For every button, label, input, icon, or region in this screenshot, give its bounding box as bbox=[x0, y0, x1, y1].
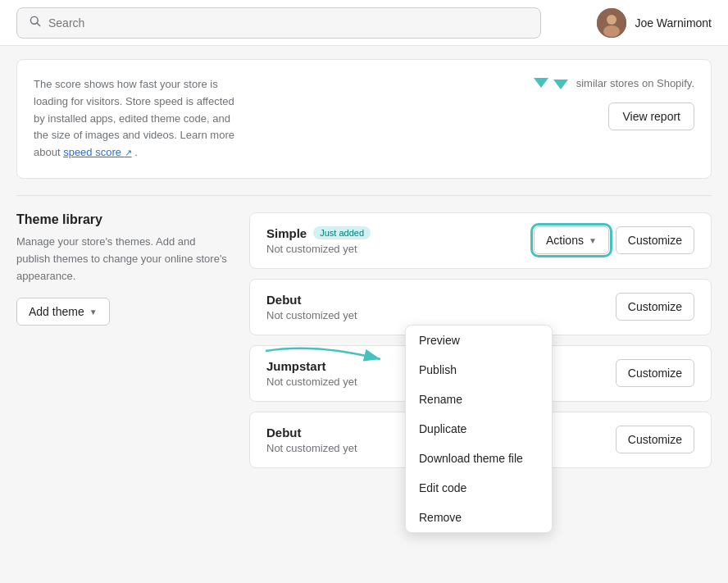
external-link-icon: ↗ bbox=[125, 148, 132, 157]
customize-button-simple[interactable]: Customize bbox=[616, 226, 694, 254]
dropdown-item-rename[interactable]: Rename bbox=[406, 385, 552, 414]
actions-button[interactable]: Actions ▼ bbox=[534, 226, 609, 254]
library-title: Theme library bbox=[16, 212, 230, 227]
theme-actions-debut-2: Customize bbox=[616, 426, 694, 453]
theme-name-debut-1: Debut bbox=[266, 293, 357, 307]
theme-actions-simple: Actions ▼ Customize bbox=[534, 226, 694, 254]
theme-name-simple: Simple Just added bbox=[266, 226, 371, 240]
just-added-badge: Just added bbox=[313, 226, 371, 239]
library-sidebar: Theme library Manage your store's themes… bbox=[16, 212, 230, 326]
triangle-indicator-2 bbox=[553, 80, 568, 89]
user-name: Joe Warnimont bbox=[635, 16, 712, 30]
theme-library: Theme library Manage your store's themes… bbox=[16, 212, 712, 468]
search-bar[interactable] bbox=[16, 7, 541, 39]
speed-section: The score shows how fast your store is l… bbox=[16, 59, 712, 179]
speed-score-link[interactable]: speed score ↗ bbox=[63, 146, 131, 158]
speed-comparison-text: similar stores on Shopify. bbox=[576, 77, 694, 89]
theme-subtitle-simple: Not customized yet bbox=[266, 243, 371, 255]
theme-card-simple: Simple Just added Not customized yet Act… bbox=[249, 212, 712, 269]
dropdown-item-edit-code[interactable]: Edit code bbox=[406, 473, 552, 503]
user-area: Joe Warnimont bbox=[597, 8, 712, 38]
header: Joe Warnimont bbox=[0, 0, 728, 46]
add-theme-button[interactable]: Add theme ▼ bbox=[16, 298, 110, 326]
add-theme-label: Add theme bbox=[29, 305, 84, 318]
dropdown-item-remove[interactable]: Remove bbox=[406, 503, 552, 532]
theme-actions-jumpstart: Customize bbox=[616, 359, 694, 387]
actions-chevron-icon: ▼ bbox=[589, 236, 597, 245]
avatar bbox=[597, 8, 626, 38]
section-divider bbox=[16, 195, 712, 196]
svg-line-1 bbox=[37, 23, 40, 26]
speed-indicators: similar stores on Shopify. bbox=[534, 76, 694, 89]
theme-subtitle-debut-2: Not customized yet bbox=[266, 442, 357, 454]
theme-info-simple: Simple Just added Not customized yet bbox=[266, 226, 371, 255]
dropdown-container: Debut Not customized yet Customize Previ… bbox=[249, 279, 712, 335]
svg-point-4 bbox=[603, 25, 620, 37]
dropdown-item-publish[interactable]: Publish bbox=[406, 355, 552, 385]
search-input[interactable] bbox=[48, 16, 529, 30]
theme-name-debut-2: Debut bbox=[266, 426, 357, 440]
theme-info-debut-2: Debut Not customized yet bbox=[266, 426, 357, 454]
actions-dropdown-menu[interactable]: Preview Publish Rename Duplicate Downloa… bbox=[405, 325, 553, 533]
actions-label: Actions bbox=[546, 234, 584, 247]
theme-info-jumpstart: Jumpstart Not customized yet bbox=[266, 359, 357, 388]
themes-list: Simple Just added Not customized yet Act… bbox=[249, 212, 712, 468]
theme-actions-debut-1: Customize bbox=[616, 293, 694, 321]
main: The score shows how fast your store is l… bbox=[0, 59, 728, 485]
view-report-button[interactable]: View report bbox=[608, 102, 694, 130]
theme-subtitle-debut-1: Not customized yet bbox=[266, 309, 357, 321]
theme-name-jumpstart: Jumpstart bbox=[266, 359, 357, 373]
customize-button-debut-1[interactable]: Customize bbox=[616, 293, 694, 321]
dropdown-item-download[interactable]: Download theme file bbox=[406, 444, 552, 473]
speed-right: similar stores on Shopify. View report bbox=[534, 76, 694, 130]
svg-point-3 bbox=[607, 15, 617, 25]
theme-subtitle-jumpstart: Not customized yet bbox=[266, 376, 357, 388]
triangle-indicator-1 bbox=[534, 78, 548, 88]
search-icon bbox=[29, 15, 42, 31]
dropdown-item-duplicate[interactable]: Duplicate bbox=[406, 414, 552, 444]
theme-info-debut-1: Debut Not customized yet bbox=[266, 293, 357, 321]
chevron-down-icon: ▼ bbox=[89, 307, 98, 317]
customize-button-debut-2[interactable]: Customize bbox=[616, 426, 694, 453]
speed-text: The score shows how fast your store is l… bbox=[34, 76, 247, 162]
dropdown-item-preview[interactable]: Preview bbox=[406, 326, 552, 355]
customize-button-jumpstart[interactable]: Customize bbox=[616, 359, 694, 387]
library-description: Manage your store's themes. Add and publ… bbox=[16, 234, 230, 285]
